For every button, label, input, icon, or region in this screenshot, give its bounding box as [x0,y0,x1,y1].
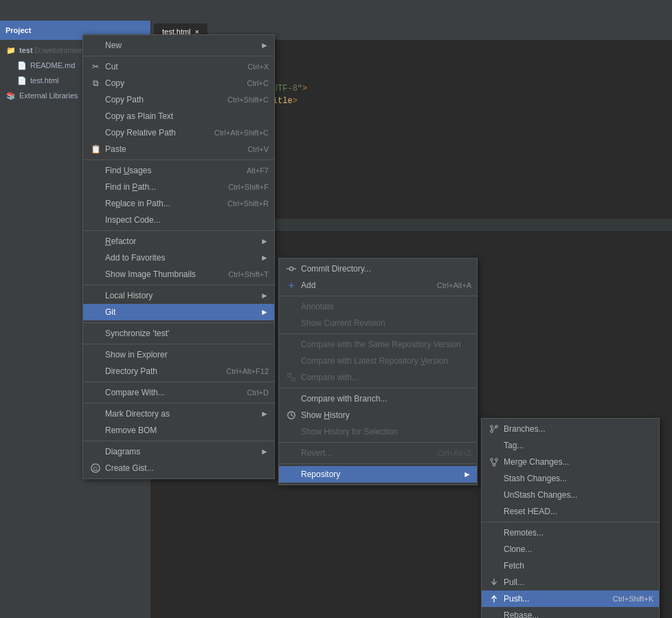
svg-point-13 [495,459,498,461]
gist-icon: G [89,463,102,473]
merge-icon [487,457,501,467]
ctx-git-label: Git [105,307,115,317]
ctx-compare-with-git[interactable]: Compare with... [279,369,477,386]
ctx-directory-path[interactable]: Directory Path Ctrl+Alt+F12 [83,363,274,379]
html-file-icon: 📄 [16,75,27,86]
ctx-commit-dir[interactable]: Commit Directory... [279,261,477,277]
separator [279,333,477,334]
ctx-show-history-label: Show History [301,410,350,420]
add-shortcut: Ctrl+Alt+A [437,281,471,289]
ctx-compare-with-label: Compare With... [105,388,165,397]
push-shortcut: Ctrl+Shift+K [613,595,653,603]
folder-icon: 📁 [5,45,16,56]
ctx-add-favorites-label: Add to Favorites [105,253,165,263]
local-history-arrow: ► [260,291,269,300]
ctx-stash[interactable]: Stash Changes... [482,470,659,487]
ctx-fetch[interactable]: Fetch [482,558,659,574]
ctx-copy[interactable]: ⧉ Copy Ctrl+C [83,75,274,91]
ctx-compare-latest-repo[interactable]: Compare with Latest Repository Version [279,353,477,369]
ctx-compare-branch[interactable]: Compare with Branch... [279,390,477,407]
ctx-remotes[interactable]: Remotes... [482,525,659,541]
diagrams-arrow: ► [260,447,269,456]
repository-arrow: ► [463,470,471,479]
ctx-fetch-label: Fetch [504,561,524,571]
ctx-show-current[interactable]: Show Current Revision [279,315,477,331]
ctx-show-explorer[interactable]: Show in Explorer [83,346,274,363]
svg-rect-6 [292,378,295,381]
tree-item-label: README.md [30,61,75,69]
find-usages-shortcut: Alt+F7 [247,166,269,175]
ctx-copy-relative-label: Copy Relative Path [105,128,176,137]
ctx-push-label: Push... [504,594,529,604]
ctx-remotes-label: Remotes... [504,528,544,538]
pull-icon [487,577,501,587]
ctx-annotate[interactable]: Annotate [279,298,477,315]
ctx-copy-path[interactable]: Copy Path Ctrl+Shift+C [83,91,274,108]
git-context-menu: Commit Directory... + Add Ctrl+Alt+A Ann… [278,258,478,485]
md-file-icon: 📄 [16,60,27,71]
ctx-compare-same-label: Compare with the Same Repository Version [301,340,461,349]
push-icon [487,594,501,604]
ctx-tag[interactable]: Tag... [482,437,659,454]
ctx-rebase[interactable]: Rebase... [482,607,659,618]
paste-shortcut: Ctrl+V [247,145,269,153]
ctx-copy-path-label: Copy Path [105,95,144,104]
ctx-compare-branch-label: Compare with Branch... [301,394,387,404]
ctx-unstash-label: UnStash Changes... [504,490,577,500]
ctx-show-history-sel[interactable]: Show History for Selection [279,423,477,440]
ctx-find-usages[interactable]: Find Usages Alt+F7 [83,162,274,179]
ctx-clone[interactable]: Clone... [482,541,659,558]
ctx-inspect-code[interactable]: Inspect Code... [83,212,274,228]
ctx-copy-relative[interactable]: Copy Relative Path Ctrl+Alt+Shift+C [83,124,274,141]
separator [83,322,274,323]
ctx-compare-with-git-label: Compare with... [301,373,359,382]
ctx-compare-with[interactable]: Compare With... Ctrl+D [83,384,274,401]
mark-dir-arrow: ► [260,409,269,419]
separator [279,463,477,464]
ctx-mark-directory[interactable]: Mark Directory as ► [83,406,274,422]
ctx-revert-label: Revert... [301,448,332,458]
ctx-local-history[interactable]: Local History ► [83,287,274,304]
separator [279,296,477,296]
replace-path-shortcut: Ctrl+Shift+R [227,199,269,208]
cut-shortcut: Ctrl+X [247,63,269,71]
ctx-remove-bom[interactable]: Remove BOM [83,422,274,439]
ctx-copy-plain[interactable]: Copy as Plain Text [83,108,274,124]
ctx-find-path[interactable]: Find in Path... Ctrl+Shift+F [83,179,274,195]
ctx-show-history[interactable]: Show History [279,407,477,423]
ctx-new-label: New [105,41,122,50]
ctx-cut[interactable]: ✂ Cut Ctrl+X [83,58,274,75]
ctx-push[interactable]: Push... Ctrl+Shift+K [482,591,659,607]
ctx-show-history-sel-label: Show History for Selection [301,427,398,437]
ctx-branches[interactable]: Branches... [482,421,659,437]
ctx-new[interactable]: New ► [83,37,274,54]
ctx-diagrams[interactable]: Diagrams ► [83,443,274,460]
separator [83,159,274,160]
ctx-compare-same-repo[interactable]: Compare with the Same Repository Version [279,336,477,353]
copy-icon: ⧉ [89,78,102,88]
ctx-show-thumbnails[interactable]: Show Image Thumbnails Ctrl+Shift+T [83,266,274,283]
git-arrow: ► [260,307,269,317]
ctx-replace-path[interactable]: Replace in Path... Ctrl+Shift+R [83,195,274,212]
ctx-paste[interactable]: 📋 Paste Ctrl+V [83,141,274,157]
ctx-stash-label: Stash Changes... [504,474,567,483]
ctx-revert[interactable]: Revert... Ctrl+Alt+Z [279,445,477,461]
ctx-unstash[interactable]: UnStash Changes... [482,487,659,503]
ctx-show-current-label: Show Current Revision [301,318,385,328]
ctx-reset-head[interactable]: Reset HEAD... [482,503,659,520]
separator [279,442,477,443]
ctx-synchronize[interactable]: Synchronize 'test' [83,325,274,342]
branches-icon [487,424,501,434]
ctx-refactor[interactable]: Refactor ► [83,233,274,250]
ctx-show-thumbnails-label: Show Image Thumbnails [105,269,196,279]
ctx-git[interactable]: Git ► [83,304,274,320]
ctx-cut-label: Cut [105,62,118,71]
ctx-merge-changes[interactable]: Merge Changes... [482,454,659,470]
svg-point-2 [289,267,293,270]
ctx-pull[interactable]: Pull... [482,574,659,591]
ctx-add[interactable]: + Add Ctrl+Alt+A [279,277,477,294]
separator [83,285,274,285]
ctx-repository[interactable]: Repository ► [279,466,477,483]
ctx-add-favorites[interactable]: Add to Favorites ► [83,250,274,266]
ctx-create-gist[interactable]: G Create Gist... [83,460,274,476]
